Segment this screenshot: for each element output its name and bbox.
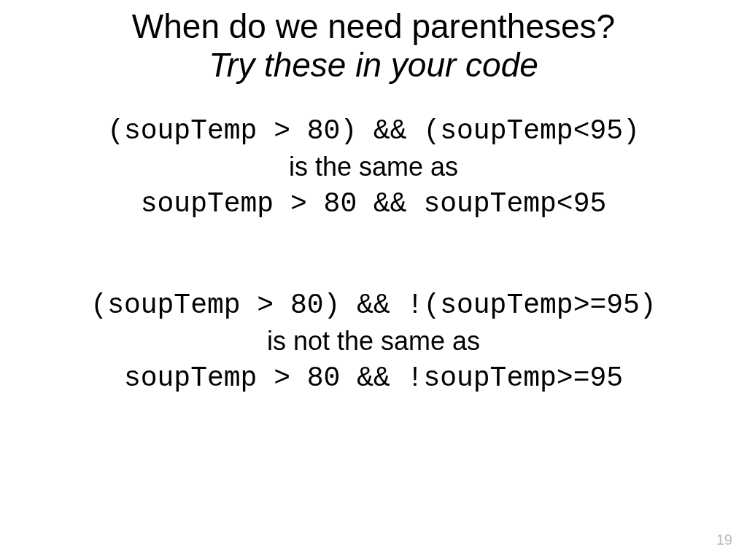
spacer xyxy=(0,222,747,287)
title-block: When do we need parentheses? Try these i… xyxy=(0,0,747,85)
slide-body: (soupTemp > 80) && (soupTemp<95) is the … xyxy=(0,85,747,397)
page-number: 19 xyxy=(716,532,732,548)
slide: When do we need parentheses? Try these i… xyxy=(0,0,747,560)
example2-code-without-parens: soupTemp > 80 && !soupTemp>=95 xyxy=(0,359,747,397)
example2-relation: is not the same as xyxy=(0,324,747,359)
example2-code-with-parens: (soupTemp > 80) && !(soupTemp>=95) xyxy=(0,287,747,324)
example1-code-with-parens: (soupTemp > 80) && (soupTemp<95) xyxy=(0,112,747,149)
slide-subtitle: Try these in your code xyxy=(0,46,747,85)
example1-code-without-parens: soupTemp > 80 && soupTemp<95 xyxy=(0,185,747,222)
slide-title: When do we need parentheses? xyxy=(0,7,747,46)
example1-relation: is the same as xyxy=(0,149,747,185)
